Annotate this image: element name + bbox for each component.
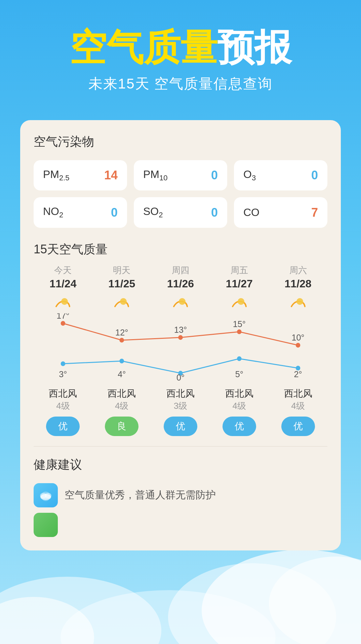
day-col-4: 周六 11/28 [269, 264, 327, 310]
header-section: 空气质量预报 未来15天 空气质量信息查询 [0, 0, 361, 107]
svg-text:12°: 12° [115, 327, 128, 337]
day-date-3: 11/27 [226, 278, 253, 290]
pollutant-so2: SO2 0 [134, 197, 227, 227]
svg-text:2°: 2° [294, 369, 302, 379]
pollutant-so2-name: SO2 [143, 205, 163, 219]
health-title: 健康建议 [34, 457, 327, 473]
wind-level-4: 4级 [291, 400, 305, 412]
health-advice-text: 空气质量优秀，普通人群无需防护 [65, 488, 216, 502]
day-date-4: 11/28 [285, 278, 312, 290]
quality-badge-2: 优 [164, 417, 197, 436]
pollutant-o3-name: O3 [243, 168, 256, 182]
day-label-4: 周六 [289, 264, 307, 276]
wind-dir-4: 西北风 [284, 387, 312, 400]
day-date-1: 11/25 [108, 278, 135, 290]
wind-item-3: 西北风 4级 优 [210, 387, 269, 436]
wind-dir-3: 西北风 [225, 387, 253, 400]
day-date-0: 11/24 [49, 278, 76, 290]
svg-point-7 [120, 298, 127, 305]
wind-row: 西北风 4级 优 西北风 4级 良 西北风 3级 优 西北风 4级 优 西北风 … [34, 387, 327, 436]
svg-text:5°: 5° [235, 369, 243, 379]
pollutant-o3-value: 0 [311, 168, 318, 182]
title-highlight: 空气质量 [70, 27, 217, 68]
pollutant-pm25-name: PM2.5 [43, 168, 70, 182]
wind-item-0: 西北风 4级 优 [34, 387, 92, 436]
svg-point-24 [237, 356, 242, 361]
quality-badge-3: 优 [223, 417, 256, 436]
pollutants-grid: PM2.5 14 PM10 0 O3 0 NO2 0 SO2 0 CO 7 [34, 160, 327, 228]
wind-item-4: 西北风 4级 优 [269, 387, 327, 436]
svg-point-10 [296, 298, 303, 305]
title-white: 预报 [217, 27, 291, 68]
day-col-0: 今天 11/24 [34, 264, 92, 310]
weather-icon-3 [229, 295, 249, 310]
day-label-0: 今天 [54, 264, 72, 276]
weather-icon-2 [170, 295, 191, 310]
svg-point-6 [61, 298, 68, 305]
pollutant-pm25-value: 14 [104, 168, 118, 182]
health-section: 健康建议 空气质量优秀，普通人群无需防护 [34, 446, 327, 537]
wind-dir-2: 西北风 [166, 387, 195, 400]
pollutant-so2-value: 0 [211, 206, 218, 220]
weather-icon-1 [112, 295, 132, 310]
pollutant-co-name: CO [243, 206, 259, 219]
pollutant-no2-name: NO2 [43, 205, 63, 219]
weather-icon-4 [288, 295, 308, 310]
health-icon-2 [34, 513, 58, 537]
quality-badge-1: 良 [105, 417, 138, 436]
subtitle: 未来15天 空气质量信息查询 [20, 74, 341, 93]
main-title: 空气质量预报 [20, 27, 341, 68]
health-item: 空气质量优秀，普通人群无需防护 [34, 483, 327, 507]
svg-point-34 [40, 494, 51, 500]
pollutant-no2: NO2 0 [34, 197, 127, 227]
main-card: 空气污染物 PM2.5 14 PM10 0 O3 0 NO2 0 SO2 0 C… [20, 120, 341, 550]
svg-text:15°: 15° [233, 319, 246, 328]
health-badge-row [34, 513, 327, 537]
svg-point-9 [238, 298, 244, 305]
day-label-1: 明天 [113, 264, 130, 276]
forecast-title: 15天空气质量 [34, 241, 327, 258]
quality-badge-4: 优 [281, 417, 315, 436]
svg-point-22 [119, 359, 124, 363]
cloud-icon [37, 487, 54, 504]
svg-text:4°: 4° [118, 369, 126, 379]
svg-text:17°: 17° [56, 313, 69, 320]
svg-text:13°: 13° [174, 325, 187, 334]
wind-level-1: 4级 [115, 400, 128, 412]
days-header-grid: 今天 11/24 明天 11/25 周四 11/26 周五 11 [34, 264, 327, 310]
temperature-chart: 17° 12° 13° 15° 10° 3° 4° 0° 5° 2° [34, 313, 327, 381]
svg-point-14 [237, 329, 242, 334]
wind-dir-0: 西北风 [49, 387, 77, 400]
pollutants-title: 空气污染物 [34, 134, 327, 150]
day-col-3: 周五 11/27 [210, 264, 269, 310]
pollutant-pm10-name: PM10 [143, 168, 167, 182]
wind-item-2: 西北风 3级 优 [151, 387, 210, 436]
wind-dir-1: 西北风 [108, 387, 136, 400]
pollutant-no2-value: 0 [111, 206, 118, 220]
svg-text:0°: 0° [176, 372, 185, 380]
svg-point-15 [296, 343, 300, 348]
health-app-icon [34, 483, 58, 507]
svg-point-8 [179, 298, 186, 305]
svg-text:10°: 10° [292, 332, 305, 342]
pollutant-co: CO 7 [234, 197, 327, 227]
wind-level-2: 3级 [174, 400, 187, 412]
pollutant-o3: O3 0 [234, 160, 327, 190]
svg-point-11 [61, 321, 66, 326]
quality-badge-0: 优 [46, 417, 80, 436]
svg-point-13 [178, 335, 183, 340]
day-label-2: 周四 [172, 264, 189, 276]
pollutant-pm25: PM2.5 14 [34, 160, 127, 190]
day-col-2: 周四 11/26 [151, 264, 210, 310]
wind-item-1: 西北风 4级 良 [92, 387, 151, 436]
day-date-2: 11/26 [167, 278, 194, 290]
pollutant-pm10: PM10 0 [134, 160, 227, 190]
wind-level-0: 4级 [56, 400, 70, 412]
svg-point-21 [61, 361, 66, 366]
weather-icon-0 [53, 295, 73, 310]
day-col-1: 明天 11/25 [92, 264, 151, 310]
wind-level-3: 4级 [233, 400, 246, 412]
pollutant-pm10-value: 0 [211, 168, 218, 182]
pollutant-co-value: 7 [311, 206, 318, 220]
day-label-3: 周五 [231, 264, 248, 276]
